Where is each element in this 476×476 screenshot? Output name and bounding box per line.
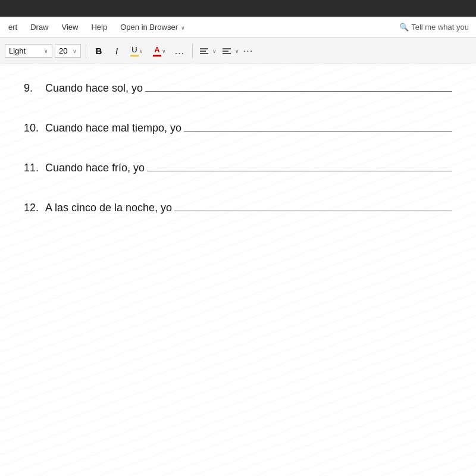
underline-button[interactable]: U ∨: [127, 43, 147, 59]
numbered-list-chevron: ∨: [235, 48, 239, 54]
menu-item-view[interactable]: View: [56, 20, 84, 34]
menu-item-insert[interactable]: ert: [2, 20, 23, 34]
font-name-selector[interactable]: Light ∨: [5, 44, 52, 58]
answer-line-12: [174, 198, 452, 211]
lightbulb-icon: 🔍: [399, 23, 409, 32]
question-item-9: 9. Cuando hace sol, yo: [24, 79, 452, 95]
question-number-10: 10.: [24, 122, 45, 134]
underline-color-bar: [130, 55, 139, 57]
bullet-list-button[interactable]: [198, 46, 211, 57]
menu-item-help[interactable]: Help: [85, 20, 113, 34]
question-text-11: Cuando hace frío, yo: [45, 162, 145, 174]
question-number-9: 9.: [24, 82, 45, 95]
document-content: 9. Cuando hace sol, yo 10. Cuando hace m…: [0, 64, 476, 476]
menu-bar: ert Draw View Help Open in Browser ∨ 🔍 T…: [0, 17, 476, 38]
title-bar: [0, 0, 476, 17]
underline-color-indicator: U: [130, 45, 139, 57]
font-size-value: 20: [59, 46, 67, 55]
question-item-10: 10. Cuando hace mal tiempo, yo: [24, 118, 452, 134]
answer-line-11: [147, 158, 452, 171]
question-item-11: 11. Cuando hace frío, yo: [24, 158, 452, 174]
numbered-list-button[interactable]: [220, 46, 233, 57]
font-color-button[interactable]: A ∨: [149, 43, 170, 59]
question-item-12: 12. A las cinco de la noche, yo: [24, 198, 452, 214]
font-name-chevron: ∨: [44, 48, 48, 54]
font-color-chevron: ∨: [162, 48, 166, 54]
underline-chevron: ∨: [139, 48, 143, 54]
bold-button[interactable]: B: [91, 43, 107, 58]
question-number-12: 12.: [24, 202, 45, 214]
divider-2: [192, 44, 193, 58]
font-size-chevron: ∨: [73, 48, 77, 54]
question-text-12: A las cinco de la noche, yo: [45, 202, 172, 214]
answer-line-9: [145, 79, 452, 92]
font-color-bar: [153, 55, 161, 57]
font-size-selector[interactable]: 20 ∨: [55, 44, 81, 58]
question-text-9: Cuando hace sol, yo: [45, 82, 143, 95]
answer-line-10: [184, 118, 452, 131]
menu-item-draw[interactable]: Draw: [24, 20, 54, 34]
toolbar: Light ∨ 20 ∨ B I U ∨ A ∨ ... ∨: [0, 38, 476, 64]
menu-item-open-browser[interactable]: Open in Browser ∨: [114, 20, 190, 34]
more-list-button[interactable]: ···: [240, 45, 256, 58]
bullet-list-chevron: ∨: [212, 48, 217, 54]
question-number-11: 11.: [24, 162, 45, 174]
more-formatting-button[interactable]: ...: [172, 45, 187, 58]
list-icons-group: ∨ ∨ ···: [198, 45, 256, 58]
open-browser-chevron: ∨: [181, 25, 185, 31]
font-color-indicator: A: [153, 45, 161, 57]
divider-1: [86, 44, 86, 58]
font-name-value: Light: [9, 46, 26, 55]
italic-button[interactable]: I: [109, 43, 124, 58]
question-text-10: Cuando hace mal tiempo, yo: [45, 122, 181, 134]
tell-me-box[interactable]: 🔍 Tell me what you: [394, 21, 474, 33]
